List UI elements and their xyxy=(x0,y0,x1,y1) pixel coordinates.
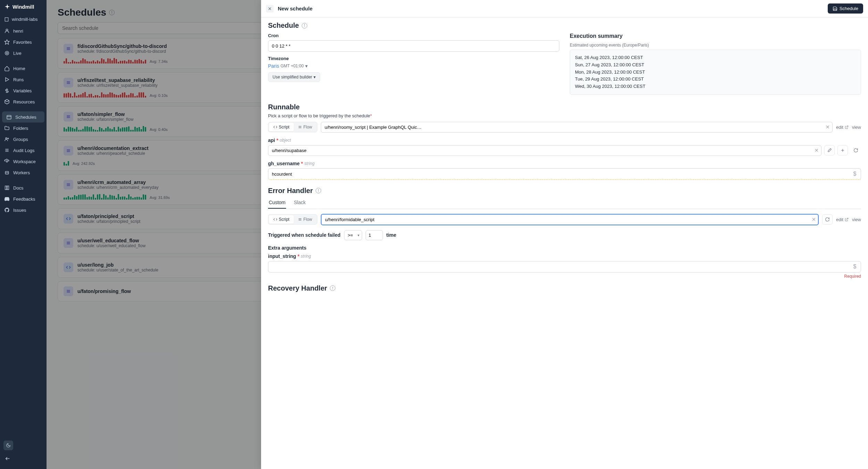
nav-label: Issues xyxy=(13,208,26,213)
svg-marker-4 xyxy=(5,40,9,44)
edit-link[interactable]: edit xyxy=(836,217,849,222)
clear-button[interactable]: ✕ xyxy=(815,148,819,153)
star-icon xyxy=(4,39,10,45)
sidebar-collapse[interactable] xyxy=(3,453,43,466)
org-name-text: windmill-labs xyxy=(12,17,37,22)
svg-point-6 xyxy=(5,51,9,55)
nav-label: Groups xyxy=(13,137,28,142)
new-schedule-drawer: New schedule Schedule Schedule ! Cron Ti… xyxy=(261,0,868,469)
org-selector[interactable]: windmill-labs xyxy=(0,13,47,25)
user-icon xyxy=(4,28,10,34)
svg-line-47 xyxy=(846,126,848,127)
svg-point-18 xyxy=(6,173,6,173)
nav-workers[interactable]: Workers xyxy=(0,167,47,178)
tab-custom[interactable]: Custom xyxy=(268,197,286,209)
arg-gh-label: gh_username* string xyxy=(268,161,861,166)
exec-summary-title: Execution summary xyxy=(570,33,861,39)
nav-live[interactable]: Live xyxy=(0,48,47,59)
svg-rect-9 xyxy=(7,115,11,119)
building-icon xyxy=(4,17,9,22)
gh-username-input[interactable] xyxy=(268,168,861,180)
nav-resources[interactable]: Resources xyxy=(0,96,47,107)
nav-favorites[interactable]: Favorites xyxy=(0,36,47,48)
toggle-flow[interactable]: Flow xyxy=(294,215,316,224)
schedule-section-title: Schedule ! xyxy=(268,22,861,30)
nav-runs[interactable]: Runs xyxy=(0,74,47,85)
toggle-label: Flow xyxy=(303,217,312,222)
github-icon xyxy=(4,207,10,213)
api-input[interactable] xyxy=(268,145,821,156)
toggle-script[interactable]: Script xyxy=(269,215,294,224)
variable-picker-button[interactable]: $ xyxy=(851,170,859,178)
timezone-selector[interactable]: Paris GMT +01:00 ▾ xyxy=(268,63,559,69)
nav-label: Live xyxy=(13,51,22,56)
simplified-builder-button[interactable]: Use simplified builder ▾ xyxy=(268,72,320,82)
toggle-script[interactable]: Script xyxy=(269,123,294,131)
input-string-input[interactable] xyxy=(268,261,861,273)
nav-label: Runs xyxy=(13,77,24,82)
events-list: Sat, 26 Aug 2023, 12:00:00 CESTSun, 27 A… xyxy=(570,50,861,95)
flow-icon xyxy=(298,125,302,129)
nav-feedbacks[interactable]: Feedbacks xyxy=(0,193,47,204)
theme-toggle[interactable] xyxy=(3,441,13,450)
nav-issues[interactable]: Issues xyxy=(0,204,47,216)
nav-label: Home xyxy=(13,66,25,71)
trigger-count-input[interactable] xyxy=(366,230,383,240)
toggle-flow[interactable]: Flow xyxy=(294,123,316,131)
error-handler-input[interactable] xyxy=(321,214,819,225)
info-icon[interactable]: ! xyxy=(316,188,321,193)
nav-home[interactable]: Home xyxy=(0,63,47,74)
clear-button[interactable]: ✕ xyxy=(812,217,816,222)
refresh-icon-button[interactable] xyxy=(851,145,861,156)
trigger-operator-select[interactable]: >= xyxy=(344,230,362,240)
toggle-label: Script xyxy=(279,125,290,129)
clear-button[interactable]: ✕ xyxy=(826,124,830,130)
box-icon xyxy=(4,99,10,104)
nav-workspace[interactable]: Workspace xyxy=(0,156,47,167)
discord-icon xyxy=(4,196,10,202)
folder-icon xyxy=(4,125,10,131)
edit-icon-button[interactable] xyxy=(824,145,835,156)
gear-icon xyxy=(4,159,10,164)
play-icon xyxy=(4,77,10,82)
chevron-down-icon: ▾ xyxy=(305,63,308,69)
code-icon xyxy=(273,217,277,221)
brand[interactable]: Windmill xyxy=(0,0,47,13)
cron-input[interactable] xyxy=(268,40,559,52)
info-icon[interactable]: ! xyxy=(302,23,307,28)
calendar-icon xyxy=(6,114,12,120)
runnable-path-input[interactable] xyxy=(321,122,833,133)
nav-variables[interactable]: Variables xyxy=(0,85,47,96)
error-script-flow-toggle: Script Flow xyxy=(268,214,317,225)
timezone-offset: GMT +01:00 xyxy=(281,64,304,68)
nav-audit[interactable]: Audit Logs xyxy=(0,145,47,156)
svg-marker-7 xyxy=(6,78,9,82)
edit-label: edit xyxy=(836,125,843,130)
info-icon[interactable]: ! xyxy=(330,285,335,291)
user-name: henri xyxy=(13,28,23,34)
brand-text: Windmill xyxy=(12,4,34,10)
nav-groups[interactable]: Groups xyxy=(0,134,47,145)
view-link[interactable]: view xyxy=(852,125,861,130)
nav-folders[interactable]: Folders xyxy=(0,123,47,134)
variable-picker-button[interactable]: $ xyxy=(851,262,859,271)
close-button[interactable] xyxy=(266,5,274,12)
runnable-section-title: Runnable xyxy=(268,103,861,111)
add-icon-button[interactable] xyxy=(837,145,848,156)
builder-label: Use simplified builder xyxy=(273,75,312,79)
close-icon xyxy=(268,7,272,11)
edit-link[interactable]: edit xyxy=(836,125,849,130)
nav-docs[interactable]: Docs xyxy=(0,182,47,193)
view-link[interactable]: view xyxy=(852,217,861,222)
nav-schedules[interactable]: Schedules xyxy=(2,111,44,123)
svg-point-11 xyxy=(6,137,7,139)
schedule-save-button[interactable]: Schedule xyxy=(828,3,863,14)
chevron-down-icon: ▾ xyxy=(314,75,316,79)
svg-line-53 xyxy=(846,218,848,220)
input-string-label: input_string* string xyxy=(268,253,861,259)
save-icon xyxy=(833,6,837,11)
external-link-icon xyxy=(845,125,849,129)
refresh-icon-button[interactable] xyxy=(822,214,833,225)
tab-slack[interactable]: Slack xyxy=(293,197,306,209)
user-menu[interactable]: henri xyxy=(0,25,47,36)
